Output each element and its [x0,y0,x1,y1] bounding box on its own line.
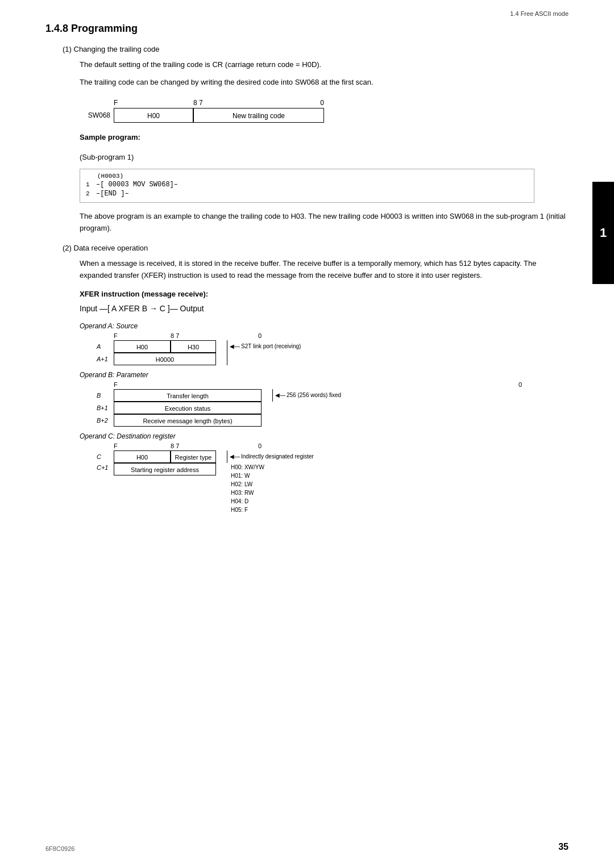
op-c-note-5: H05: F [231,506,264,514]
op-b-row1-lbl: B [97,392,114,399]
ladder-code2: –[END ]– [96,190,129,198]
op-b-row2-cell: Execution status [114,402,262,414]
op-c-note-2: H02: LW [231,480,264,489]
op-b-row3-cell: Receive message length (bytes) [114,414,262,427]
op-c-col-87: 8 7 [171,443,216,449]
side-tab: 1 [592,182,614,284]
op-a-annotation1: S2T link port (receiving) [241,343,301,349]
operand-a-section: Operand A: Source F 8 7 0 A H00 H30 ◀— S… [80,322,534,365]
op-a-col-0: 0 [216,332,262,339]
op-c-note-1: H01: W [231,471,264,480]
ladder-num2: 2 [86,190,96,197]
operand-c-label: Operand C: Destination register [80,432,534,440]
ladder-line2: 2 –[END ]– [86,190,528,198]
op-c-row1-lbl: C [97,453,114,460]
operand-b-label: Operand B: Parameter [80,371,534,379]
top-right-label: 1.4 Free ASCII mode [510,10,569,17]
op-b-row3-lbl: B+2 [97,417,114,424]
ladder-num1: 1 [86,181,96,188]
page-number: 35 [558,842,569,852]
doc-number: 6F8C0926 [45,845,74,852]
op-a-row1-lbl: A [97,343,114,350]
ladder-diagram: (H0003) 1 –[ 00003 MOV SW068]– 2 –[END ]… [80,169,534,203]
op-c-row2-lbl: C+1 [97,464,114,471]
xfer-bold-label: XFER instruction (message receive): [80,290,569,298]
op-b-row1-cell: Transfer length [114,389,262,402]
reg-cell-new-trailing-code: New trailing code [193,108,324,123]
op-b-row2-lbl: B+1 [97,404,114,411]
xfer-formula: Input —[ A XFER B → C ]— Output [80,304,534,313]
op-b-col-0: 0 [118,381,522,388]
ladder-code1: –[ 00003 MOV SW068]– [96,181,178,189]
op-a-row1-c2: H30 [171,340,216,353]
reg-col-0: 0 [250,99,324,107]
arrow-b: ◀— [275,392,285,398]
op-c-note-3: H03: RW [231,489,264,497]
op-a-row1-c1: H00 [114,340,171,353]
operand-c-section: Operand C: Destination register F 8 7 0 … [80,432,534,514]
reg-cell-h00: H00 [114,108,193,123]
op-c-row2-cell: Starting register address [114,463,216,475]
op-a-col-f: F [114,332,171,339]
op-c-row1-c1: H00 [114,450,171,463]
subsection1-label: (1) Changing the trailing code [63,45,569,53]
operand-b-section: Operand B: Parameter F 0 B Transfer leng… [80,371,534,427]
arrow-c: ◀— [230,453,240,460]
subsection2-label: (2) Data receive operation [63,244,569,252]
op-a-row2-lbl: A+1 [97,356,114,362]
op-b-col-f: F [114,381,118,388]
reg-col-87: 8 7 [193,99,250,107]
sample-program-label: Sample program: [80,133,569,141]
arrow-a: ◀— [230,343,240,349]
op-b-annotation1: 256 (256 words) fixed [287,392,341,398]
reg-row-sw068: SW068 H00 New trailing code [80,108,534,123]
sw068-register-diagram: F 8 7 0 SW068 H00 New trailing code [80,99,534,123]
section-title: 1.4.8 Programming [45,23,569,35]
op-a-col-87: 8 7 [171,332,216,339]
op-c-row1-c2: Register type [171,450,216,463]
reg-row-label: SW068 [80,111,114,119]
op-c-note-4: H04: D [231,497,264,506]
op-c-notes: H00: XW/YW H01: W H02: LW H03: RW H04: D… [231,463,264,514]
op-c-col-0: 0 [216,443,262,449]
sample-program-para: The above program is an example to chang… [80,211,569,235]
subprogram-label: (Sub-program 1) [80,152,569,164]
subsection1-para1: The default setting of the trailing code… [80,59,569,71]
subsection1-para2: The trailing code can be changed by writ… [80,77,569,89]
reg-col-f: F [114,99,193,107]
ladder-comment: (H0003) [97,173,528,180]
op-c-col-f: F [114,443,171,449]
reg-top-labels: F 8 7 0 [114,99,534,107]
op-c-annotation1: Indirectly designated register [241,453,314,460]
op-a-row2-cell: H0000 [114,353,216,365]
operand-a-label: Operand A: Source [80,322,534,330]
ladder-line1: 1 –[ 00003 MOV SW068]– [86,181,528,189]
subsection2-para: When a message is received, it is stored… [80,258,569,282]
op-c-note-0: H00: XW/YW [231,463,264,471]
